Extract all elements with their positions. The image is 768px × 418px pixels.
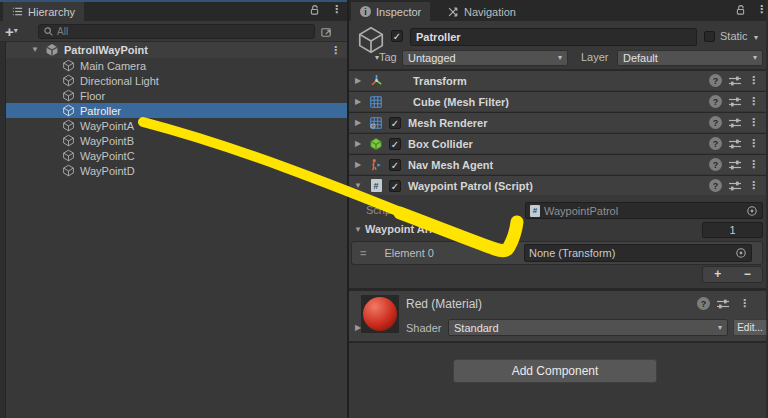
array-size-field[interactable]: 1	[702, 222, 763, 238]
tab-inspector[interactable]: i Inspector	[351, 2, 430, 21]
object-name-field[interactable]	[410, 28, 697, 46]
material-menu-icon[interactable]: ⋮	[739, 298, 750, 309]
static-chevron-icon[interactable]: ▾	[754, 34, 758, 42]
help-icon[interactable]: ?	[709, 137, 722, 150]
material-fold-closed-icon[interactable]: ▶	[353, 324, 363, 332]
waypoint-array-label[interactable]: Waypoint Array	[365, 223, 445, 235]
presets-icon[interactable]	[727, 178, 743, 194]
element-object-field[interactable]: None (Transform)	[524, 244, 752, 262]
static-checkbox[interactable]	[704, 31, 715, 42]
tab-inspector-label: Inspector	[376, 6, 421, 18]
object-picker-icon[interactable]	[746, 205, 758, 217]
script-object-field[interactable]: # WaypointPatrol	[525, 202, 763, 219]
help-icon[interactable]: ?	[697, 297, 710, 310]
open-search-window-icon[interactable]	[320, 26, 333, 39]
array-fold-open-icon[interactable]: ▼	[353, 226, 363, 234]
presets-icon[interactable]	[727, 157, 743, 173]
tag-label: Tag	[379, 51, 397, 63]
drag-handle-icon[interactable]: =	[360, 247, 366, 259]
help-icon[interactable]: ?	[709, 116, 722, 129]
scene-name: PatrollWayPoint	[64, 44, 148, 56]
help-icon[interactable]: ?	[709, 179, 722, 192]
help-icon[interactable]: ?	[709, 158, 722, 171]
script-value: WaypointPatrol	[544, 205, 618, 217]
hierarchy-menu-icon[interactable]: ⋮	[331, 4, 342, 15]
create-object-button[interactable]: + ▾	[5, 24, 18, 39]
presets-icon[interactable]	[727, 136, 743, 152]
component-menu-icon[interactable]: ⋮	[748, 96, 759, 107]
hierarchy-item-directional-light[interactable]: Directional Light	[6, 73, 347, 88]
presets-icon[interactable]	[727, 94, 743, 110]
add-component-button[interactable]: Add Component	[453, 359, 657, 383]
component-enabled-checkbox[interactable]: ✓	[389, 159, 401, 171]
hierarchy-item-main-camera[interactable]: Main Camera	[6, 58, 347, 73]
component-menu-icon[interactable]: ⋮	[748, 159, 759, 170]
chevron-down-icon: ▾	[558, 54, 562, 62]
hierarchy-toolbar: + ▾	[0, 21, 347, 42]
shader-dropdown[interactable]: Standard ▾	[448, 319, 728, 336]
remove-element-button[interactable]: −	[733, 267, 763, 282]
component-mesh-renderer[interactable]: ▶ ✓ Mesh Renderer ? ⋮	[349, 112, 766, 132]
help-icon[interactable]: ?	[709, 74, 722, 87]
component-waypoint-patrol[interactable]: ▼ # ✓ Waypoint Patrol (Script) ? ⋮	[349, 175, 766, 195]
component-menu-icon[interactable]: ⋮	[748, 180, 759, 191]
chevron-down-icon: ▾	[718, 324, 722, 332]
component-box-collider[interactable]: ▶ ✓ Box Collider ? ⋮	[349, 133, 766, 153]
fold-closed-icon[interactable]: ▶	[353, 77, 363, 85]
tag-dropdown[interactable]: Untagged ▾	[402, 50, 568, 66]
hierarchy-item-patroller-selected[interactable]: Patroller	[6, 103, 347, 118]
add-element-button[interactable]: +	[703, 267, 733, 282]
material-preview[interactable]	[361, 295, 399, 333]
presets-icon[interactable]	[715, 296, 731, 312]
hierarchy-search[interactable]	[38, 24, 315, 39]
fold-closed-icon[interactable]: ▶	[353, 119, 363, 127]
presets-icon[interactable]	[727, 73, 743, 89]
shader-value: Standard	[454, 322, 499, 334]
nav-mesh-agent-icon	[368, 157, 384, 173]
hierarchy-item-waypointd[interactable]: WayPointD	[6, 163, 347, 178]
element-value: None (Transform)	[529, 247, 615, 259]
scene-row[interactable]: ▼ PatrollWayPoint ⋮	[6, 42, 347, 58]
lock-icon[interactable]	[309, 4, 320, 16]
component-mesh-filter[interactable]: ▶ Cube (Mesh Filter) ? ⋮	[349, 91, 766, 111]
lock-icon[interactable]	[735, 4, 746, 16]
info-icon: i	[360, 6, 371, 17]
array-element-row[interactable]: = Element 0 None (Transform)	[351, 241, 763, 265]
hierarchy-item-waypointa[interactable]: WayPointA	[6, 118, 347, 133]
item-label: Patroller	[80, 105, 121, 117]
component-enabled-checkbox[interactable]: ✓	[389, 180, 401, 192]
component-menu-icon[interactable]: ⋮	[748, 117, 759, 128]
component-transform[interactable]: ▶ Transform ? ⋮	[349, 70, 766, 90]
hierarchy-item-waypointc[interactable]: WayPointC	[6, 148, 347, 163]
hierarchy-item-floor[interactable]: Floor	[6, 88, 347, 103]
search-input[interactable]	[57, 26, 310, 37]
box-collider-icon	[368, 136, 384, 152]
fold-open-icon[interactable]: ▼	[353, 182, 363, 190]
red-material-ball	[363, 297, 397, 331]
help-icon[interactable]: ?	[709, 95, 722, 108]
fold-closed-icon[interactable]: ▶	[353, 140, 363, 148]
fold-open-icon[interactable]: ▼	[30, 46, 40, 54]
hierarchy-item-waypointb[interactable]: WayPointB	[6, 133, 347, 148]
fold-closed-icon[interactable]: ▶	[353, 161, 363, 169]
component-enabled-checkbox[interactable]: ✓	[389, 117, 401, 129]
shader-label: Shader	[406, 322, 441, 334]
layer-value: Default	[623, 52, 658, 64]
scene-menu-icon[interactable]: ⋮	[330, 45, 341, 56]
component-menu-icon[interactable]: ⋮	[748, 138, 759, 149]
active-checkbox[interactable]: ✓	[391, 30, 403, 42]
presets-icon[interactable]	[727, 115, 743, 131]
script-hash-glyph: #	[371, 179, 382, 192]
inspector-menu-icon[interactable]: ⋮	[756, 4, 767, 15]
chevron-down-icon: ▾	[753, 54, 757, 62]
fold-closed-icon[interactable]: ▶	[353, 98, 363, 106]
layer-dropdown[interactable]: Default ▾	[617, 50, 763, 66]
shader-edit-button[interactable]: Edit...	[733, 319, 767, 336]
object-picker-icon[interactable]	[735, 247, 747, 259]
tab-hierarchy[interactable]: Hierarchy	[3, 2, 84, 21]
component-nav-mesh-agent[interactable]: ▶ ✓ Nav Mesh Agent ? ⋮	[349, 154, 766, 174]
component-menu-icon[interactable]: ⋮	[748, 75, 759, 86]
component-enabled-checkbox[interactable]: ✓	[389, 138, 401, 150]
tab-navigation[interactable]: Navigation	[438, 2, 525, 21]
item-label: WayPointB	[80, 135, 134, 147]
